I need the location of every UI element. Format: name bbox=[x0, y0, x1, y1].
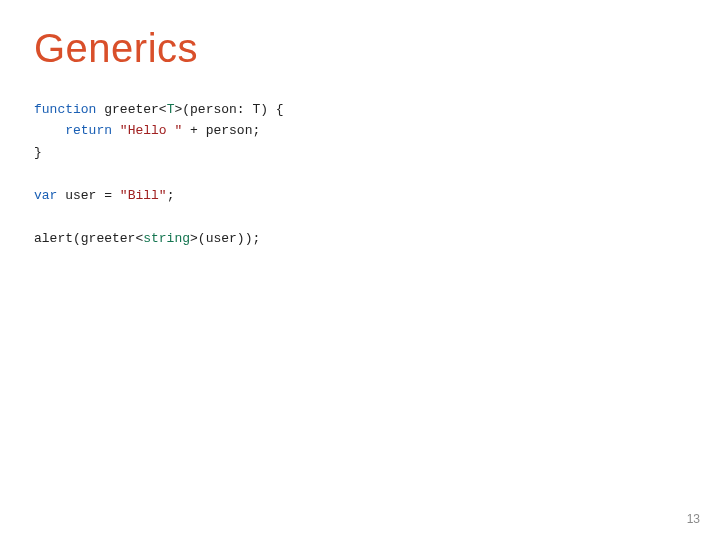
code-line-1: function greeter<T>(person: T) { bbox=[34, 102, 284, 117]
string-literal: "Bill" bbox=[120, 188, 167, 203]
slide: Generics function greeter<T>(person: T) … bbox=[0, 0, 720, 540]
code-line-4: var user = "Bill"; bbox=[34, 188, 174, 203]
code-line-3: } bbox=[34, 145, 42, 160]
kw-return: return bbox=[65, 123, 112, 138]
kw-var: var bbox=[34, 188, 57, 203]
kw-function: function bbox=[34, 102, 96, 117]
string-literal: "Hello " bbox=[120, 123, 182, 138]
code-line-2: return "Hello " + person; bbox=[34, 123, 260, 138]
page-number: 13 bbox=[687, 512, 700, 526]
code-line-5: alert(greeter<string>(user)); bbox=[34, 231, 260, 246]
code-block: function greeter<T>(person: T) { return … bbox=[34, 99, 686, 249]
slide-title: Generics bbox=[34, 26, 686, 71]
type-arg: string bbox=[143, 231, 190, 246]
